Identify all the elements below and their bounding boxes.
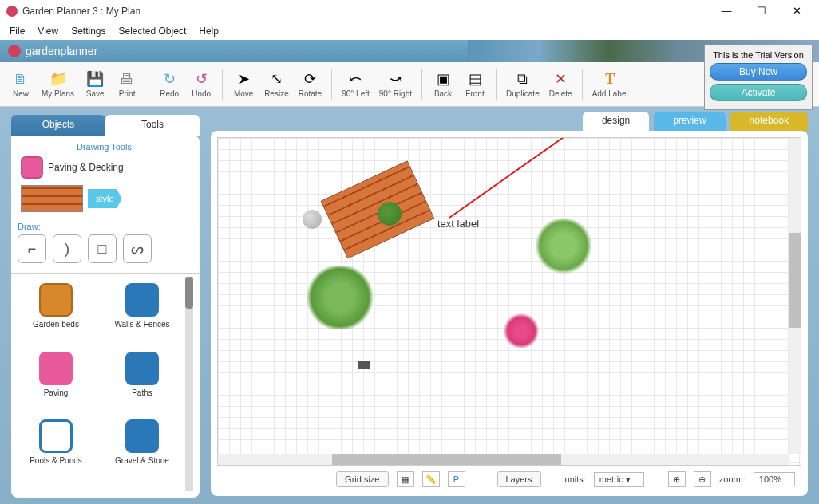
paving-decking-label: Paving & Decking [48, 162, 124, 173]
zoom-label: zoom : [719, 474, 746, 484]
myplans-button[interactable]: 📁My Plans [37, 67, 79, 101]
tab-notebook[interactable]: notebook [730, 112, 808, 131]
obj-pools-ponds[interactable]: Pools & Ponds [21, 419, 91, 485]
grid-toggle-icon[interactable]: ▦ [397, 471, 414, 487]
duplicate-button[interactable]: ⧉Duplicate [501, 67, 544, 101]
menu-settings[interactable]: Settings [65, 24, 112, 38]
brand-icon [8, 45, 21, 57]
minimize-button[interactable]: — [717, 5, 736, 17]
sidebar-scrollbar[interactable] [185, 277, 193, 491]
obj-walls-fences[interactable]: Walls & Fences [107, 283, 177, 348]
save-button[interactable]: 💾Save [79, 67, 111, 101]
gravel-icon [125, 419, 159, 453]
bring-front-icon: ▤ [466, 70, 484, 88]
small-object[interactable] [358, 361, 370, 369]
p-icon[interactable]: P [448, 471, 465, 487]
save-icon: 💾 [86, 70, 104, 88]
menu-view[interactable]: View [31, 24, 65, 38]
obj-gravel-stone[interactable]: Gravel & Stone [107, 419, 177, 485]
obj-garden-beds[interactable]: Garden beds [21, 283, 91, 348]
front-button[interactable]: ▤Front [459, 67, 491, 101]
back-button[interactable]: ▣Back [427, 67, 459, 101]
tab-tools[interactable]: Tools [105, 115, 200, 136]
rotate-button[interactable]: ⟳Rotate [294, 67, 326, 101]
bush-object[interactable] [378, 202, 402, 226]
pointer-icon: ➤ [235, 70, 252, 88]
close-button[interactable]: ✕ [787, 5, 806, 17]
zoom-select[interactable]: 100% [754, 472, 795, 486]
separator [222, 69, 223, 100]
brick-swatch[interactable] [21, 185, 83, 212]
draw-free-button[interactable]: ᔕ [123, 234, 152, 263]
draw-curve-button[interactable]: ) [53, 234, 81, 263]
paths-icon [125, 352, 159, 385]
zoom-out-icon[interactable]: ⊖ [694, 471, 711, 487]
annotation-arrow [441, 137, 593, 226]
menu-help[interactable]: Help [192, 24, 225, 38]
separator [496, 69, 497, 100]
left-panel: Objects Tools Drawing Tools: Paving & De… [0, 107, 206, 504]
rotate-right-button[interactable]: ⤻90° Right [374, 67, 417, 101]
tree-object-1[interactable] [304, 266, 376, 329]
draw-square-button[interactable]: □ [88, 234, 117, 263]
add-label-button[interactable]: TAdd Label [588, 67, 633, 101]
trial-title: This is the Trial Version [710, 50, 807, 60]
rotate-left-button[interactable]: ⤺90° Left [337, 67, 374, 101]
divider [11, 273, 200, 274]
ruler-icon[interactable]: 📏 [422, 471, 440, 487]
undo-button[interactable]: ↺Undo [185, 67, 217, 101]
activate-button[interactable]: Activate [710, 84, 807, 101]
canvas-hscrollbar[interactable] [218, 454, 789, 465]
document-icon: 🗎 [12, 70, 30, 88]
app-icon [6, 6, 18, 17]
print-button[interactable]: 🖶Print [111, 67, 143, 101]
tab-preview[interactable]: preview [654, 112, 725, 131]
toolbar: 🗎New 📁My Plans 💾Save 🖶Print ↻Redo ↺Undo … [0, 62, 819, 107]
send-back-icon: ▣ [434, 70, 452, 88]
status-bar: Grid size ▦ 📏 P Layers units: metric ▾ ⊕… [217, 466, 801, 490]
layers-button[interactable]: Layers [497, 471, 541, 487]
units-select[interactable]: metric ▾ [594, 472, 644, 487]
flower-object[interactable] [501, 312, 541, 350]
text-label-object[interactable]: text label [437, 218, 479, 230]
buy-now-button[interactable]: Buy Now [710, 63, 807, 81]
move-button[interactable]: ➤Move [228, 67, 259, 101]
new-button[interactable]: 🗎New [5, 67, 37, 101]
trial-popup: This is the Trial Version Buy Now Activa… [704, 45, 813, 110]
rotate-icon: ⟳ [301, 70, 318, 88]
duplicate-icon: ⧉ [514, 70, 532, 88]
obj-paving[interactable]: Paving [21, 352, 91, 417]
maximize-button[interactable]: ☐ [752, 5, 771, 17]
zoom-in-icon[interactable]: ⊕ [668, 471, 686, 487]
units-label: units: [565, 474, 586, 484]
pools-icon [39, 419, 73, 453]
canvas-vscrollbar[interactable] [789, 138, 801, 454]
tab-objects[interactable]: Objects [11, 115, 105, 136]
paving-decking-icon [21, 156, 43, 179]
print-icon: 🖶 [118, 70, 136, 88]
style-button[interactable]: style [88, 189, 122, 208]
walls-icon [125, 283, 159, 317]
delete-icon: ✕ [552, 70, 569, 88]
tree-object-2[interactable] [536, 218, 592, 274]
rotate-left-icon: ⤺ [346, 70, 364, 88]
paving-decking-row[interactable]: Paving & Decking [18, 156, 193, 179]
tab-design[interactable]: design [583, 112, 649, 131]
resize-icon: ⤡ [267, 70, 285, 88]
draw-rect-button[interactable]: ⌐ [18, 234, 46, 263]
menu-file[interactable]: File [3, 24, 31, 38]
separator [421, 69, 422, 100]
redo-button[interactable]: ↻Redo [153, 67, 185, 101]
title-bar: Garden Planner 3 : My Plan — ☐ ✕ [0, 0, 819, 22]
resize-button[interactable]: ⤡Resize [259, 67, 294, 101]
obj-paths[interactable]: Paths [107, 352, 177, 417]
window-title: Garden Planner 3 : My Plan [22, 6, 717, 17]
delete-button[interactable]: ✕Delete [544, 67, 577, 101]
menu-selected-object[interactable]: Selected Object [113, 24, 193, 38]
design-canvas[interactable]: text label [217, 137, 801, 466]
section-title: Drawing Tools: [18, 142, 193, 152]
gridsize-button[interactable]: Grid size [336, 471, 388, 487]
circle-object[interactable] [303, 210, 322, 229]
paving-icon [39, 352, 73, 385]
menu-bar: File View Settings Selected Object Help [0, 22, 819, 40]
